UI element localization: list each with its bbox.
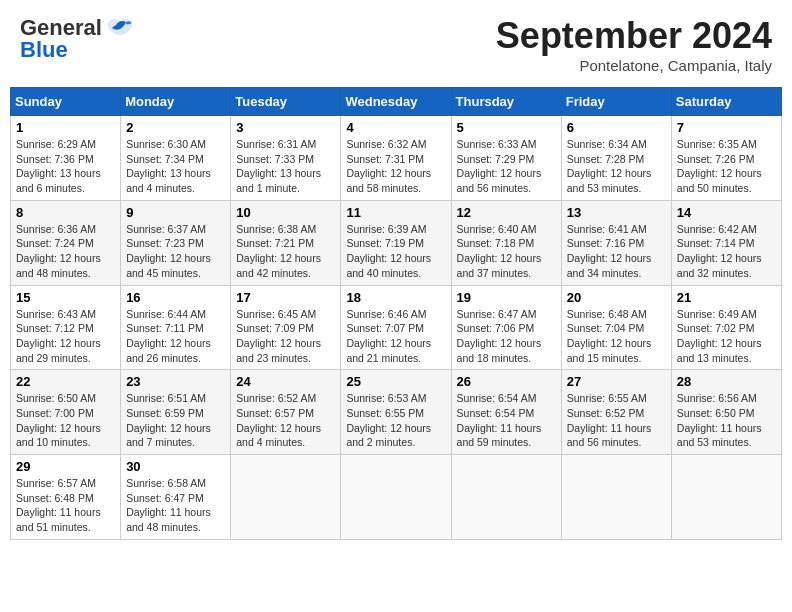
day-number: 16: [126, 290, 225, 305]
calendar-cell: 8Sunrise: 6:36 AM Sunset: 7:24 PM Daylig…: [11, 200, 121, 285]
day-number: 21: [677, 290, 776, 305]
calendar-cell: [561, 455, 671, 540]
calendar-cell: 3Sunrise: 6:31 AM Sunset: 7:33 PM Daylig…: [231, 116, 341, 201]
calendar-cell: 6Sunrise: 6:34 AM Sunset: 7:28 PM Daylig…: [561, 116, 671, 201]
calendar-cell: 27Sunrise: 6:55 AM Sunset: 6:52 PM Dayli…: [561, 370, 671, 455]
calendar-cell: 4Sunrise: 6:32 AM Sunset: 7:31 PM Daylig…: [341, 116, 451, 201]
calendar-cell: [341, 455, 451, 540]
day-number: 19: [457, 290, 556, 305]
day-number: 12: [457, 205, 556, 220]
calendar-cell: 17Sunrise: 6:45 AM Sunset: 7:09 PM Dayli…: [231, 285, 341, 370]
day-info: Sunrise: 6:41 AM Sunset: 7:16 PM Dayligh…: [567, 222, 666, 281]
calendar-cell: 21Sunrise: 6:49 AM Sunset: 7:02 PM Dayli…: [671, 285, 781, 370]
calendar-cell: 22Sunrise: 6:50 AM Sunset: 7:00 PM Dayli…: [11, 370, 121, 455]
location-text: Pontelatone, Campania, Italy: [496, 57, 772, 74]
day-number: 13: [567, 205, 666, 220]
day-info: Sunrise: 6:31 AM Sunset: 7:33 PM Dayligh…: [236, 137, 335, 196]
weekday-header-monday: Monday: [121, 88, 231, 116]
day-info: Sunrise: 6:53 AM Sunset: 6:55 PM Dayligh…: [346, 391, 445, 450]
calendar-cell: 9Sunrise: 6:37 AM Sunset: 7:23 PM Daylig…: [121, 200, 231, 285]
day-number: 15: [16, 290, 115, 305]
day-number: 28: [677, 374, 776, 389]
calendar-cell: [231, 455, 341, 540]
calendar-cell: 25Sunrise: 6:53 AM Sunset: 6:55 PM Dayli…: [341, 370, 451, 455]
calendar-cell: 5Sunrise: 6:33 AM Sunset: 7:29 PM Daylig…: [451, 116, 561, 201]
day-info: Sunrise: 6:51 AM Sunset: 6:59 PM Dayligh…: [126, 391, 225, 450]
day-info: Sunrise: 6:37 AM Sunset: 7:23 PM Dayligh…: [126, 222, 225, 281]
day-number: 8: [16, 205, 115, 220]
day-number: 23: [126, 374, 225, 389]
day-info: Sunrise: 6:35 AM Sunset: 7:26 PM Dayligh…: [677, 137, 776, 196]
calendar-cell: 11Sunrise: 6:39 AM Sunset: 7:19 PM Dayli…: [341, 200, 451, 285]
day-info: Sunrise: 6:54 AM Sunset: 6:54 PM Dayligh…: [457, 391, 556, 450]
day-number: 14: [677, 205, 776, 220]
calendar-cell: 26Sunrise: 6:54 AM Sunset: 6:54 PM Dayli…: [451, 370, 561, 455]
day-number: 22: [16, 374, 115, 389]
weekday-header-friday: Friday: [561, 88, 671, 116]
weekday-header-thursday: Thursday: [451, 88, 561, 116]
day-info: Sunrise: 6:56 AM Sunset: 6:50 PM Dayligh…: [677, 391, 776, 450]
logo-blue-text: Blue: [20, 37, 68, 63]
calendar-cell: 19Sunrise: 6:47 AM Sunset: 7:06 PM Dayli…: [451, 285, 561, 370]
day-info: Sunrise: 6:38 AM Sunset: 7:21 PM Dayligh…: [236, 222, 335, 281]
calendar-cell: 28Sunrise: 6:56 AM Sunset: 6:50 PM Dayli…: [671, 370, 781, 455]
day-info: Sunrise: 6:29 AM Sunset: 7:36 PM Dayligh…: [16, 137, 115, 196]
logo-bird-icon: [106, 17, 134, 39]
day-info: Sunrise: 6:33 AM Sunset: 7:29 PM Dayligh…: [457, 137, 556, 196]
day-info: Sunrise: 6:42 AM Sunset: 7:14 PM Dayligh…: [677, 222, 776, 281]
weekday-header-saturday: Saturday: [671, 88, 781, 116]
day-number: 27: [567, 374, 666, 389]
day-number: 7: [677, 120, 776, 135]
day-info: Sunrise: 6:48 AM Sunset: 7:04 PM Dayligh…: [567, 307, 666, 366]
day-info: Sunrise: 6:34 AM Sunset: 7:28 PM Dayligh…: [567, 137, 666, 196]
calendar-cell: 2Sunrise: 6:30 AM Sunset: 7:34 PM Daylig…: [121, 116, 231, 201]
calendar-cell: 23Sunrise: 6:51 AM Sunset: 6:59 PM Dayli…: [121, 370, 231, 455]
calendar-week-row: 22Sunrise: 6:50 AM Sunset: 7:00 PM Dayli…: [11, 370, 782, 455]
calendar-cell: 18Sunrise: 6:46 AM Sunset: 7:07 PM Dayli…: [341, 285, 451, 370]
calendar-cell: [671, 455, 781, 540]
day-number: 30: [126, 459, 225, 474]
day-number: 11: [346, 205, 445, 220]
calendar-cell: [451, 455, 561, 540]
calendar-cell: 1Sunrise: 6:29 AM Sunset: 7:36 PM Daylig…: [11, 116, 121, 201]
day-number: 4: [346, 120, 445, 135]
calendar-cell: 14Sunrise: 6:42 AM Sunset: 7:14 PM Dayli…: [671, 200, 781, 285]
day-number: 9: [126, 205, 225, 220]
day-info: Sunrise: 6:32 AM Sunset: 7:31 PM Dayligh…: [346, 137, 445, 196]
day-info: Sunrise: 6:44 AM Sunset: 7:11 PM Dayligh…: [126, 307, 225, 366]
day-info: Sunrise: 6:57 AM Sunset: 6:48 PM Dayligh…: [16, 476, 115, 535]
day-number: 26: [457, 374, 556, 389]
calendar-cell: 16Sunrise: 6:44 AM Sunset: 7:11 PM Dayli…: [121, 285, 231, 370]
day-info: Sunrise: 6:58 AM Sunset: 6:47 PM Dayligh…: [126, 476, 225, 535]
day-number: 6: [567, 120, 666, 135]
day-info: Sunrise: 6:43 AM Sunset: 7:12 PM Dayligh…: [16, 307, 115, 366]
day-number: 25: [346, 374, 445, 389]
day-number: 2: [126, 120, 225, 135]
calendar-week-row: 1Sunrise: 6:29 AM Sunset: 7:36 PM Daylig…: [11, 116, 782, 201]
page-header: General Blue September 2024 Pontelatone,…: [10, 10, 782, 79]
day-info: Sunrise: 6:30 AM Sunset: 7:34 PM Dayligh…: [126, 137, 225, 196]
calendar-cell: 20Sunrise: 6:48 AM Sunset: 7:04 PM Dayli…: [561, 285, 671, 370]
calendar-table: SundayMondayTuesdayWednesdayThursdayFrid…: [10, 87, 782, 540]
calendar-week-row: 15Sunrise: 6:43 AM Sunset: 7:12 PM Dayli…: [11, 285, 782, 370]
day-number: 1: [16, 120, 115, 135]
title-section: September 2024 Pontelatone, Campania, It…: [496, 15, 772, 74]
calendar-cell: 24Sunrise: 6:52 AM Sunset: 6:57 PM Dayli…: [231, 370, 341, 455]
day-info: Sunrise: 6:52 AM Sunset: 6:57 PM Dayligh…: [236, 391, 335, 450]
day-info: Sunrise: 6:47 AM Sunset: 7:06 PM Dayligh…: [457, 307, 556, 366]
day-info: Sunrise: 6:45 AM Sunset: 7:09 PM Dayligh…: [236, 307, 335, 366]
day-info: Sunrise: 6:36 AM Sunset: 7:24 PM Dayligh…: [16, 222, 115, 281]
weekday-header-row: SundayMondayTuesdayWednesdayThursdayFrid…: [11, 88, 782, 116]
day-info: Sunrise: 6:40 AM Sunset: 7:18 PM Dayligh…: [457, 222, 556, 281]
weekday-header-tuesday: Tuesday: [231, 88, 341, 116]
day-info: Sunrise: 6:46 AM Sunset: 7:07 PM Dayligh…: [346, 307, 445, 366]
day-number: 5: [457, 120, 556, 135]
day-info: Sunrise: 6:55 AM Sunset: 6:52 PM Dayligh…: [567, 391, 666, 450]
day-info: Sunrise: 6:39 AM Sunset: 7:19 PM Dayligh…: [346, 222, 445, 281]
weekday-header-wednesday: Wednesday: [341, 88, 451, 116]
calendar-cell: 15Sunrise: 6:43 AM Sunset: 7:12 PM Dayli…: [11, 285, 121, 370]
calendar-cell: 12Sunrise: 6:40 AM Sunset: 7:18 PM Dayli…: [451, 200, 561, 285]
day-number: 29: [16, 459, 115, 474]
day-number: 17: [236, 290, 335, 305]
day-number: 10: [236, 205, 335, 220]
